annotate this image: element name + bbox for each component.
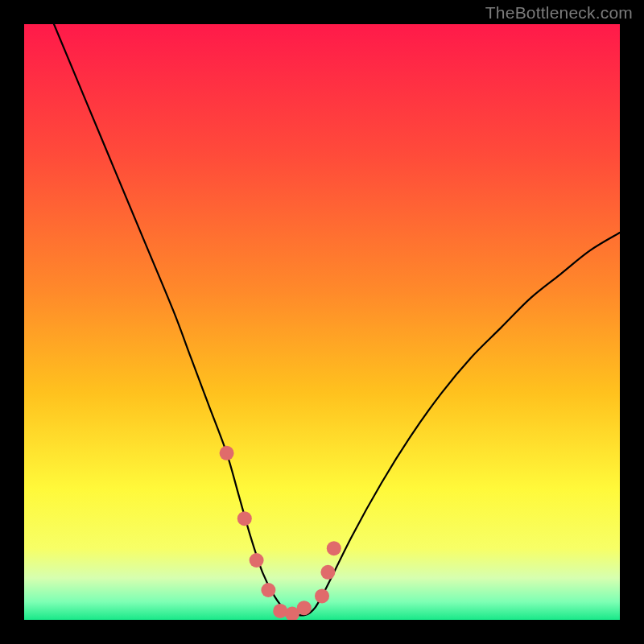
bottleneck-chart xyxy=(0,0,644,644)
watermark-text: TheBottleneck.com xyxy=(485,3,633,23)
highlight-dot xyxy=(315,588,329,603)
highlight-dot xyxy=(237,511,252,526)
highlight-dot xyxy=(297,601,312,615)
highlight-dot xyxy=(261,583,275,597)
chart-stage: TheBottleneck.com xyxy=(0,0,644,644)
highlight-dot xyxy=(250,553,264,568)
highlight-dot xyxy=(327,541,341,555)
highlight-dot xyxy=(320,565,335,580)
gradient-background xyxy=(24,24,620,620)
highlight-dot xyxy=(220,446,234,460)
